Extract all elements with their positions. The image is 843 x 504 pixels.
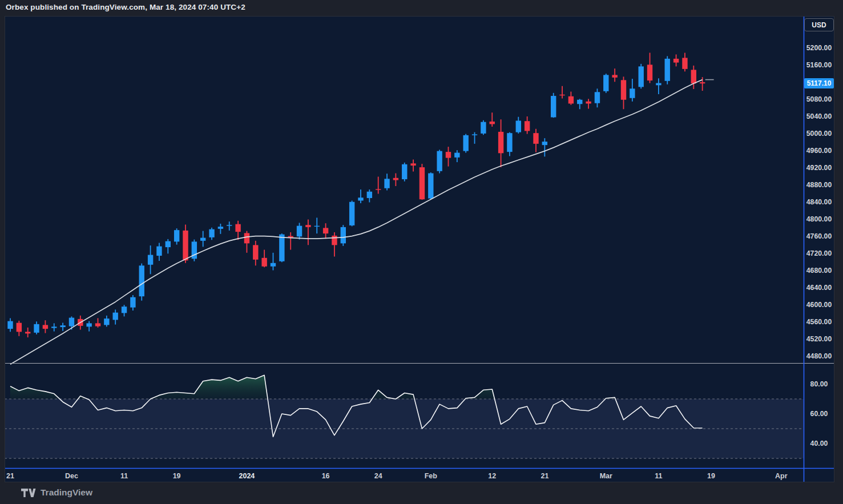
candle-body — [533, 133, 538, 144]
candle-body — [7, 321, 13, 329]
candle-body — [95, 323, 100, 326]
candle-body — [586, 102, 591, 104]
time-tick-label: Mar — [600, 472, 612, 480]
price-tick-label: 5040.00 — [806, 112, 832, 120]
rsi-tick-label: 60.00 — [810, 410, 828, 418]
price-tick-label: 5000.00 — [806, 130, 832, 138]
candle-body — [358, 197, 363, 200]
candle-body — [349, 202, 354, 225]
candle-body — [156, 247, 162, 256]
publish-header: Orbex published on TradingView.com, Mar … — [6, 3, 245, 11]
tradingview-attribution[interactable]: TradingView — [21, 486, 92, 499]
candle-body — [244, 233, 249, 243]
price-tick-label: 5080.00 — [806, 95, 832, 103]
candle-body — [34, 324, 39, 333]
price-tick-label: 4840.00 — [806, 198, 832, 206]
price-tick-label: 4800.00 — [806, 215, 832, 223]
candle-body — [665, 59, 670, 81]
candle-body — [139, 265, 144, 296]
candle-body — [166, 241, 171, 247]
candle-body — [130, 297, 135, 308]
candle-body — [420, 167, 425, 199]
tradingview-logo-icon[interactable] — [21, 488, 36, 498]
candle-body — [551, 96, 556, 117]
candle-body — [647, 64, 652, 80]
candle-body — [402, 164, 407, 179]
candle-body — [104, 318, 109, 325]
chart-canvas[interactable]: 5200.005160.005120.005080.005040.005000.… — [5, 16, 834, 482]
candle-body — [700, 82, 705, 83]
price-tick-label: 4720.00 — [806, 249, 832, 257]
candle-body — [463, 135, 469, 151]
candle-body — [148, 255, 153, 265]
tradingview-chart-widget[interactable]: 5200.005160.005120.005080.005040.005000.… — [5, 16, 834, 482]
candle-body — [393, 178, 398, 180]
price-tick-label: 4880.00 — [806, 181, 832, 189]
candle-body — [621, 80, 626, 99]
time-tick-label: 24 — [374, 472, 382, 480]
candle-body — [376, 189, 381, 189]
time-tick-label: 11 — [655, 472, 662, 480]
candle-body — [305, 225, 310, 227]
candle-body — [183, 231, 188, 260]
candle-body — [51, 326, 57, 328]
candle-body — [446, 152, 451, 158]
candle-body — [542, 142, 547, 145]
candle-body — [559, 95, 564, 95]
time-tick-label: 12 — [488, 472, 496, 480]
time-tick-label: 21 — [6, 472, 14, 480]
candle-body — [25, 332, 30, 333]
candle-body — [218, 227, 223, 229]
candle-body — [568, 96, 574, 104]
rsi-tick-label: 80.00 — [810, 380, 828, 388]
time-tick-label: 11 — [120, 472, 128, 480]
candle-body — [595, 92, 600, 103]
time-tick-label: Dec — [65, 472, 78, 480]
candle-body — [516, 120, 521, 132]
time-tick-label: 16 — [322, 472, 330, 480]
candle-body — [253, 245, 258, 259]
candle-body — [472, 134, 477, 135]
candle-body — [69, 318, 74, 326]
candle-body — [673, 59, 679, 63]
publish-text: Orbex published on TradingView.com, Mar … — [6, 3, 245, 11]
candle-body — [630, 88, 635, 98]
candle-body — [691, 70, 696, 83]
candle-body — [639, 66, 644, 87]
time-tick-label: 2024 — [239, 472, 255, 480]
price-tick-label: 4640.00 — [806, 284, 832, 292]
candle-body — [507, 133, 512, 152]
candle-body — [122, 307, 127, 313]
candle-body — [60, 325, 65, 327]
candle-body — [227, 225, 232, 225]
candle-body — [271, 263, 276, 267]
candle-body — [490, 122, 495, 124]
candle-body — [209, 229, 214, 237]
candle-body — [17, 323, 22, 332]
price-tick-label: 4560.00 — [806, 318, 832, 326]
candle-body — [481, 122, 486, 134]
candle-body — [612, 75, 617, 77]
candle-body — [314, 226, 320, 227]
price-tick-label: 4600.00 — [806, 301, 832, 309]
price-tick-label: 4760.00 — [806, 232, 832, 240]
price-tick-label: 4680.00 — [806, 267, 832, 275]
candle-body — [682, 58, 687, 68]
candle-body — [367, 192, 372, 198]
candle-body — [323, 228, 328, 233]
candle-body — [113, 313, 118, 320]
candle-body — [174, 230, 179, 241]
candle-body — [656, 83, 661, 86]
time-tick-label: 21 — [541, 472, 548, 480]
time-tick-label: 19 — [707, 472, 715, 480]
candle-body — [297, 226, 302, 237]
candle-body — [332, 236, 337, 245]
tradingview-brand-text[interactable]: TradingView — [41, 487, 92, 498]
time-tick-label: 19 — [173, 472, 181, 480]
price-tick-label: 4480.00 — [806, 352, 832, 360]
candle-body — [279, 235, 284, 261]
currency-button[interactable]: USD — [804, 18, 834, 31]
last-price-badge: 5117.10 — [804, 78, 834, 88]
price-tick-label: 4520.00 — [806, 335, 832, 343]
candle-body — [410, 163, 416, 166]
